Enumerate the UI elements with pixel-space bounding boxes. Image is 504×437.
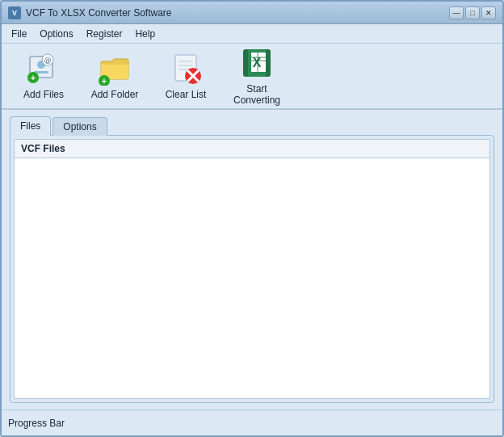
svg-text:@: @	[44, 57, 51, 65]
minimize-button[interactable]: —	[449, 6, 464, 19]
file-list: VCF Files	[14, 139, 490, 399]
menu-options[interactable]: Options	[33, 27, 79, 41]
menu-bar: File Options Register Help	[2, 24, 502, 44]
maximize-button[interactable]: □	[465, 6, 480, 19]
add-folder-icon: +	[98, 52, 132, 86]
add-files-button[interactable]: @ + Add Files	[11, 48, 76, 103]
tab-files[interactable]: Files	[10, 116, 51, 136]
progress-bar-section: Progress Bar	[2, 410, 502, 435]
menu-help[interactable]: Help	[128, 27, 162, 41]
app-icon: V	[8, 6, 21, 19]
start-converting-button[interactable]: X Start Converting	[225, 48, 289, 103]
tab-bar: Files Options	[10, 116, 494, 136]
content-area: Files Options VCF Files	[2, 110, 502, 410]
tab-content-files: VCF Files	[10, 135, 494, 403]
menu-file[interactable]: File	[5, 27, 33, 41]
svg-text:+: +	[102, 76, 107, 86]
clear-list-button[interactable]: Clear List	[153, 48, 218, 103]
window-title: VCF To XLSX Converter Software	[26, 7, 449, 19]
start-converting-label: Start Converting	[228, 83, 286, 106]
svg-text:X: X	[253, 56, 262, 69]
progress-bar-label: Progress Bar	[8, 418, 65, 429]
start-converting-icon: X	[240, 46, 274, 80]
clear-list-icon	[169, 52, 203, 86]
window-controls: — □ ✕	[449, 6, 496, 19]
clear-list-label: Clear List	[166, 89, 207, 100]
add-folder-label: Add Folder	[91, 89, 139, 100]
file-list-body	[15, 158, 489, 398]
file-list-header: VCF Files	[15, 140, 489, 158]
tab-options[interactable]: Options	[52, 117, 107, 136]
menu-register[interactable]: Register	[80, 27, 129, 41]
add-files-label: Add Files	[23, 89, 64, 100]
toolbar: @ + Add Files + Add Folder	[2, 44, 502, 110]
title-bar: V VCF To XLSX Converter Software — □ ✕	[2, 2, 502, 24]
add-folder-button[interactable]: + Add Folder	[82, 48, 147, 103]
main-window: V VCF To XLSX Converter Software — □ ✕ F…	[0, 0, 504, 437]
add-files-icon: @ +	[27, 52, 61, 86]
svg-text:+: +	[31, 73, 36, 82]
close-button[interactable]: ✕	[481, 6, 496, 19]
